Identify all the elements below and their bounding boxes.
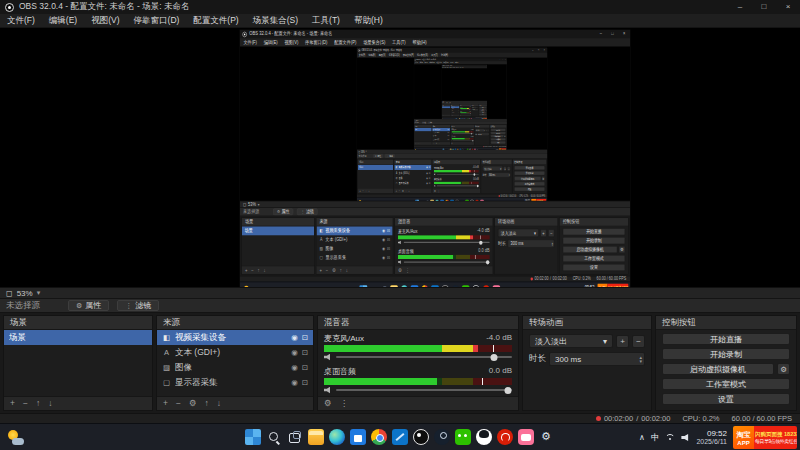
scene-down-icon[interactable]: ↓ <box>48 397 52 410</box>
minimize-button[interactable]: – <box>728 0 752 14</box>
add-scene-icon[interactable]: + <box>10 397 15 410</box>
visibility-eye-icon[interactable]: ◉ <box>291 363 298 372</box>
studio-mode-button[interactable]: 工作室模式 <box>662 378 790 390</box>
volume-slider[interactable] <box>336 352 512 362</box>
qq-icon[interactable] <box>476 429 492 445</box>
volume-slider-handle[interactable] <box>491 354 498 361</box>
zoom-box-icon[interactable]: ◻ <box>6 289 13 298</box>
edge-browser-icon[interactable] <box>329 429 345 445</box>
add-scene-icon: + <box>245 266 247 274</box>
sources-dock: 来源 ◧ 视频采集设备 ◉ ⊡ A 文本 (GDI+) ◉ ⊡ <box>394 159 432 193</box>
taskbar-clock[interactable]: 09:52 2025/6/11 <box>696 429 727 447</box>
source-label: 图像 <box>325 245 380 252</box>
virtual-camera-gear-icon[interactable]: ⚙ <box>777 363 790 375</box>
scenes-dock: 场景 场景 + − ↑ ↓ <box>442 104 450 116</box>
start-recording-button[interactable]: 开始录制 <box>662 348 790 360</box>
wechat-icon[interactable] <box>455 429 471 445</box>
lock-icon[interactable]: ⊡ <box>302 378 308 387</box>
scene-row[interactable]: 场景 <box>4 330 152 345</box>
menu-help[interactable]: 帮助(H) <box>347 14 390 27</box>
chrome-browser-icon <box>445 200 449 201</box>
source-row[interactable]: ▢ 显示器采集 ◉ ⊡ <box>157 375 313 390</box>
netease-music-icon[interactable] <box>497 429 513 445</box>
transition-select[interactable]: 淡入淡出 ▾ <box>529 334 613 348</box>
sources-dock-title: 来源 <box>317 218 393 226</box>
transitions-dock: 转场动画 淡入淡出 ▾ + − 时长 300 ms <box>471 104 478 116</box>
menu-profile[interactable]: 配置文件(P) <box>186 14 245 27</box>
zoom-box-icon: ◻ <box>358 150 360 153</box>
close-button[interactable]: × <box>776 0 800 14</box>
source-row[interactable]: A 文本 (GDI+) ◉ ⊡ <box>157 345 313 360</box>
microsoft-store-icon[interactable] <box>350 429 366 445</box>
duration-spinbox[interactable]: 300 ms ▴ ▾ <box>549 352 645 366</box>
volume-slider-handle <box>479 241 482 245</box>
source-row[interactable]: ◧ 视频采集设备 ◉ ⊡ <box>157 330 313 345</box>
speaker-icon[interactable] <box>324 354 332 361</box>
source-row[interactable]: ▨ 图像 ◉ ⊡ <box>157 360 313 375</box>
transitions-dock: 转场动画 淡入淡出 ▾ + − 时长 300 ms <box>494 217 557 274</box>
preview-zoom-value[interactable]: 53% <box>17 289 33 298</box>
scene-up-icon[interactable]: ↑ <box>36 397 40 410</box>
steam-icon[interactable] <box>434 429 450 445</box>
add-source-icon[interactable]: + <box>163 397 168 410</box>
source-properties-gear-icon[interactable]: ⚙ <box>189 397 197 410</box>
maximize-button[interactable]: □ <box>752 0 776 14</box>
network-icon[interactable] <box>665 433 675 442</box>
start-streaming-button[interactable]: 开始直播 <box>662 333 790 345</box>
filters-button[interactable]: ⋮ 滤镜 <box>117 300 159 311</box>
task-view-icon[interactable] <box>287 429 303 445</box>
lock-icon[interactable]: ⊡ <box>302 363 308 372</box>
volume-icon[interactable] <box>681 434 690 442</box>
mixer-gear-icon[interactable]: ⚙ <box>324 397 332 410</box>
menu-edit[interactable]: 编辑(E) <box>42 14 84 27</box>
speaker-icon[interactable] <box>324 387 332 394</box>
input-method-indicator[interactable]: 中 <box>651 432 660 444</box>
spin-down-icon[interactable]: ▾ <box>639 359 642 363</box>
windows-taskbar: ∧ 中 09:52 2025/6/11 淘宝 APP 闪购页面搜 18233 每… <box>442 118 487 119</box>
settings-button[interactable]: 设置 <box>662 393 790 405</box>
visibility-eye-icon[interactable]: ◉ <box>291 333 298 342</box>
mixer-channel-name: 桌面音频 <box>324 366 356 377</box>
tray-chevron-up-icon[interactable]: ∧ <box>639 433 645 442</box>
menu-docks[interactable]: 停靠窗口(D) <box>127 14 187 27</box>
taobao-ad: 淘宝 APP 闪购页面搜 18233 每日早9点领外卖红包 <box>531 199 546 201</box>
visibility-eye-icon[interactable]: ◉ <box>291 378 298 387</box>
filter-icon: ⋮ <box>301 209 304 214</box>
settings-gear-icon[interactable] <box>539 429 555 445</box>
preview-canvas[interactable]: OBS 32.0.4 - 配置文件: 未命名 - 场景: 未命名 – □ × 文… <box>0 28 800 287</box>
menu-tools: 工具(T) <box>429 53 439 58</box>
start-button-icon[interactable] <box>245 429 261 445</box>
chevron-down-icon[interactable]: ▾ <box>37 289 41 297</box>
remove-scene-icon[interactable]: − <box>23 397 28 410</box>
lock-icon[interactable]: ⊡ <box>302 348 308 357</box>
remove-transition-button[interactable]: − <box>632 335 645 348</box>
source-down-icon[interactable]: ↓ <box>217 397 221 410</box>
mixer-channel: 麦克风/Aux -4.0 dB <box>460 106 471 110</box>
window-title: OBS 32.0.4 - 配置文件: 未命名 - 场景: 未命名 <box>19 1 190 13</box>
remove-source-icon[interactable]: − <box>176 397 181 410</box>
menu-tools[interactable]: 工具(T) <box>305 14 347 27</box>
obs-taskbar-icon[interactable] <box>413 429 429 445</box>
file-explorer-icon[interactable] <box>308 429 324 445</box>
transition-select: 淡入淡出 ▾ <box>483 166 503 171</box>
controls-dock: 控制按钮 开始直播 开始录制 启动虚拟摄像机 ⚙ 工作室模式 设置 <box>655 315 797 411</box>
visibility-eye-icon[interactable]: ◉ <box>291 348 298 357</box>
preview-zoom-bar: ◻ 53% ▾ <box>0 287 800 299</box>
source-up-icon[interactable]: ↑ <box>205 397 209 410</box>
bilibili-icon[interactable] <box>518 429 534 445</box>
weather-widget-icon[interactable] <box>7 429 24 446</box>
properties-button[interactable]: ⚙ 属性 <box>68 300 109 311</box>
menu-view[interactable]: 视图(V) <box>84 14 126 27</box>
mixer-more-icon[interactable]: ⋮ <box>340 397 349 410</box>
menu-file[interactable]: 文件(F) <box>0 14 42 27</box>
lock-icon[interactable]: ⊡ <box>302 333 308 342</box>
chrome-browser-icon[interactable] <box>371 429 387 445</box>
add-transition-button[interactable]: + <box>616 335 629 348</box>
menu-scene-collection[interactable]: 场景集合(S) <box>246 14 305 27</box>
vscode-icon[interactable] <box>392 429 408 445</box>
search-icon[interactable] <box>266 429 282 445</box>
virtual-camera-button[interactable]: 启动虚拟摄像机 <box>662 363 774 375</box>
taobao-ad[interactable]: 淘宝 APP 闪购页面搜 18233 每日早9点领外卖红包 <box>733 426 797 449</box>
volume-slider-handle[interactable] <box>505 387 512 394</box>
volume-slider[interactable] <box>336 385 512 395</box>
